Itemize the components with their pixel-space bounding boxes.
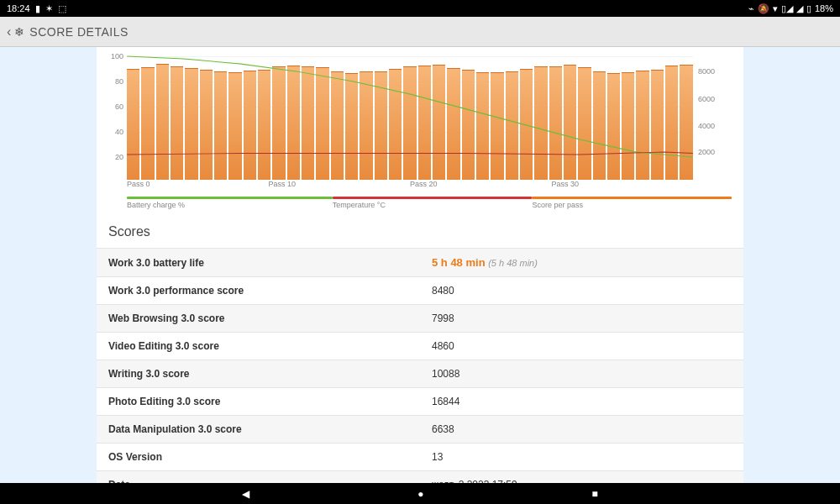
status-icon: ✶ bbox=[45, 3, 53, 14]
score-value: 6638 bbox=[420, 416, 743, 444]
legend-score: Score per pass bbox=[532, 197, 732, 209]
legend-battery: Battery charge % bbox=[127, 197, 333, 209]
android-nav-bar: ◀ ● ■ bbox=[0, 483, 840, 504]
benchmark-chart: 100 80 60 40 20 8000 6000 4000 2000 bbox=[97, 47, 743, 192]
signal-icon: ▯◢ bbox=[781, 3, 793, 14]
table-row: OS Version13 bbox=[97, 444, 743, 471]
signal-icon: ◢ bbox=[796, 3, 803, 14]
snowflake-icon: ❄ bbox=[14, 25, 24, 39]
battery-line bbox=[127, 56, 693, 157]
legend-temperature: Temperature °C bbox=[333, 197, 533, 209]
scores-table: Work 3.0 battery life5 h 48 min (5 h 48 … bbox=[97, 248, 743, 483]
nav-back-icon[interactable]: ◀ bbox=[242, 488, 249, 500]
table-row: Web Browsing 3.0 score7998 bbox=[97, 305, 743, 333]
table-row: Data Manipulation 3.0 score6638 bbox=[97, 416, 743, 444]
temperature-line bbox=[127, 152, 693, 155]
chart-plot bbox=[127, 54, 693, 180]
status-icon: ▮ bbox=[35, 3, 40, 14]
score-value: 16844 bbox=[420, 388, 743, 416]
y-axis-right: 8000 6000 4000 2000 bbox=[695, 54, 720, 180]
status-time: 18:24 bbox=[7, 3, 30, 13]
page-title: SCORE DETAILS bbox=[29, 25, 129, 39]
table-row: Dateжовт. 2 2023 17:59 bbox=[97, 471, 743, 484]
nav-home-icon[interactable]: ● bbox=[417, 488, 423, 500]
android-status-bar: 18:24 ▮ ✶ ⬚ ⌁ 🔕 ▾ ▯◢ ◢ ▯ 18% bbox=[0, 0, 840, 17]
score-label: Date bbox=[97, 471, 420, 484]
table-row: Writing 3.0 score10088 bbox=[97, 360, 743, 388]
score-label: Photo Editing 3.0 score bbox=[97, 388, 420, 416]
table-row: Work 3.0 battery life5 h 48 min (5 h 48 … bbox=[97, 249, 743, 277]
app-bar: ‹ ❄ SCORE DETAILS bbox=[0, 17, 840, 47]
status-icon: ⬚ bbox=[58, 3, 66, 14]
wifi-icon: ▾ bbox=[773, 3, 778, 14]
score-value: 8480 bbox=[420, 277, 743, 305]
back-icon[interactable]: ‹ bbox=[7, 24, 11, 39]
chart-lines bbox=[127, 54, 693, 180]
scores-heading: Scores bbox=[97, 209, 743, 248]
bluetooth-icon: ⌁ bbox=[748, 3, 754, 14]
table-row: Photo Editing 3.0 score16844 bbox=[97, 388, 743, 416]
score-value: 10088 bbox=[420, 360, 743, 388]
dnd-icon: 🔕 bbox=[758, 3, 769, 14]
score-value: 7998 bbox=[420, 305, 743, 333]
score-label: Writing 3.0 score bbox=[97, 360, 420, 388]
score-value: 5 h 48 min (5 h 48 min) bbox=[420, 249, 743, 277]
score-value: 13 bbox=[420, 444, 743, 471]
score-label: Video Editing 3.0 score bbox=[97, 333, 420, 360]
score-value: 4860 bbox=[420, 333, 743, 360]
content-area: 100 80 60 40 20 8000 6000 4000 2000 bbox=[0, 47, 840, 483]
x-axis: Pass 0 Pass 10 Pass 20 Pass 30 bbox=[127, 180, 693, 192]
content-card: 100 80 60 40 20 8000 6000 4000 2000 bbox=[97, 47, 743, 483]
score-label: Work 3.0 performance score bbox=[97, 277, 420, 305]
table-row: Video Editing 3.0 score4860 bbox=[97, 333, 743, 360]
y-axis-left: 100 80 60 40 20 bbox=[108, 54, 127, 180]
score-value: жовт. 2 2023 17:59 bbox=[420, 471, 743, 484]
score-label: Data Manipulation 3.0 score bbox=[97, 416, 420, 444]
nav-recent-icon[interactable]: ■ bbox=[592, 488, 598, 500]
score-label: Web Browsing 3.0 score bbox=[97, 305, 420, 333]
score-label: OS Version bbox=[97, 444, 420, 471]
battery-icon: ▯ bbox=[806, 3, 811, 14]
score-label: Work 3.0 battery life bbox=[97, 249, 420, 277]
battery-percent: 18% bbox=[815, 3, 833, 13]
table-row: Work 3.0 performance score8480 bbox=[97, 277, 743, 305]
chart-legend: Battery charge % Temperature °C Score pe… bbox=[127, 197, 732, 209]
